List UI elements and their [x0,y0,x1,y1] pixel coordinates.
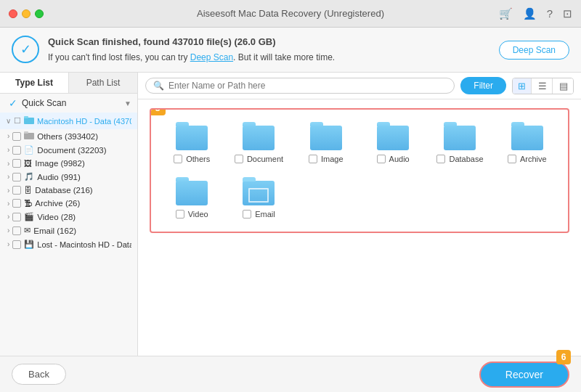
file-item-email[interactable]: Email [227,173,290,223]
video-grid-label: Video [188,210,208,219]
traffic-lights [9,9,44,18]
checkbox-database[interactable] [436,155,445,163]
chevron-down-icon: ∨ [6,117,11,125]
sidebar-item-email[interactable]: › ✉ Email (162) [0,224,137,237]
back-button[interactable]: Back [12,364,66,385]
sidebar-item-archive[interactable]: › 🗜 Archive (26) [0,197,137,210]
checkbox-image[interactable] [309,155,317,163]
file-item-others[interactable]: Others [160,118,224,168]
share-icon[interactable]: ⊡ [563,7,572,20]
folder-icon-mac [24,116,34,126]
check-document[interactable] [12,146,21,155]
checkbox-video[interactable] [176,210,184,219]
sidebar-item-video[interactable]: › 🎬 Video (28) [0,210,137,224]
quick-scan-row[interactable]: ✓ Quick Scan ▼ [0,94,137,113]
checkbox-audio[interactable] [377,155,386,163]
file-grid-row1: Others Document [160,118,559,168]
folder-video-big-icon [176,181,208,205]
svg-rect-0 [24,118,34,124]
file-item-video[interactable]: Video [160,173,224,223]
folder-others-big-icon [176,126,208,150]
folder-document-big-icon [243,126,275,150]
deep-scan-link[interactable]: Deep Scan [190,52,233,62]
cart-icon[interactable]: 🛒 [499,7,513,20]
chevron-right-icon: › [7,200,9,208]
image-label: Image (9982) [35,159,84,168]
checkbox-document[interactable] [235,155,243,163]
tab-type-list[interactable]: Type List [0,73,69,93]
check-email[interactable] [12,226,21,235]
step5-badge: 5 [150,108,166,115]
file-item-database[interactable]: Database [428,118,492,168]
step6-badge: 6 [556,350,571,364]
file-grid-row2: Video Email [160,173,559,223]
chevron-right-icon: › [7,187,9,195]
chevron-right-icon: › [7,160,9,168]
email-icon: ✉ [24,226,31,235]
tab-path-list[interactable]: Path List [69,73,137,93]
list-view-button[interactable]: ☰ [533,78,553,94]
folder-audio-big-icon [377,126,409,150]
hdd-icon: 💾 [24,240,34,249]
banner: ✓ Quick Scan finished, found 437010 file… [0,28,581,73]
checkbox-archive[interactable] [508,155,516,163]
file-check-image: Image [297,155,355,163]
chevron-right-icon: › [7,213,9,221]
svg-rect-3 [24,131,28,134]
filter-button[interactable]: Filter [460,77,506,94]
check-database[interactable] [12,186,21,195]
check-archive[interactable] [12,199,21,208]
file-item-audio[interactable]: Audio [361,118,425,168]
close-button[interactable] [9,9,17,18]
folder-archive-big-icon [511,126,543,150]
maximize-button[interactable] [35,9,44,18]
sidebar-item-image[interactable]: › 🖼 Image (9982) [0,157,137,170]
sidebar-item-document[interactable]: › 📄 Document (32203) [0,143,137,157]
document-grid-label: Document [247,155,283,163]
chevron-right-icon: › [7,240,9,248]
folder-image-big-icon [310,126,342,150]
file-check-video: Video [163,210,221,219]
recover-button[interactable]: Recover [479,362,569,388]
banner-left: ✓ Quick Scan finished, found 437010 file… [12,34,335,65]
minimize-button[interactable] [22,9,31,18]
check-image[interactable] [12,159,21,168]
sidebar-item-lost[interactable]: › 💾 Lost - Macintosh HD - Data (0 [0,237,137,251]
image-grid-label: Image [321,155,344,163]
sidebar-tabs: Type List Path List [0,73,137,94]
checkbox-others[interactable] [174,155,182,163]
video-icon: 🎬 [24,212,34,221]
file-item-document[interactable]: Document [227,118,290,168]
deep-scan-button[interactable]: Deep Scan [499,41,569,60]
sidebar-item-others[interactable]: › Others (393402) [0,129,137,143]
check-video[interactable] [12,213,21,221]
checkbox-email-grid[interactable] [243,210,251,219]
sidebar-item-database[interactable]: › 🗄 Database (216) [0,184,137,197]
file-grid-container: 5 Others [150,108,569,233]
file-check-database: Database [431,155,489,163]
archive-grid-label: Archive [520,155,547,163]
check-audio[interactable] [12,173,21,181]
folder-email-big-icon [243,181,275,205]
detail-view-button[interactable]: ▤ [554,78,573,94]
check-lost[interactable] [12,240,21,249]
audio-label: Audio (991) [37,173,80,181]
search-input[interactable] [168,81,447,91]
toolbar: 🔍 Filter ⊞ ☰ ▤ [138,73,581,99]
grid-view-button[interactable]: ⊞ [513,78,532,94]
file-item-archive[interactable]: Archive [495,118,559,168]
question-icon[interactable]: ? [547,7,553,20]
archive-label: Archive (26) [35,199,80,208]
user-icon[interactable]: 👤 [523,7,537,20]
file-item-image[interactable]: Image [294,118,358,168]
view-toggle: ⊞ ☰ ▤ [512,78,574,94]
file-check-audio: Audio [364,155,422,163]
mac-drive-label: Macintosh HD - Data (437010 [37,117,131,126]
content-area: 🔍 Filter ⊞ ☰ ▤ 5 [138,73,581,356]
search-icon: 🔍 [153,81,164,91]
check-others[interactable] [12,132,21,141]
mac-drive-item[interactable]: ∨ ☐ Macintosh HD - Data (437010 [0,113,137,129]
quick-scan-label: Quick Scan [22,98,66,108]
sidebar-item-audio[interactable]: › 🎵 Audio (991) [0,170,137,184]
recover-section: 6 Recover [479,362,569,388]
